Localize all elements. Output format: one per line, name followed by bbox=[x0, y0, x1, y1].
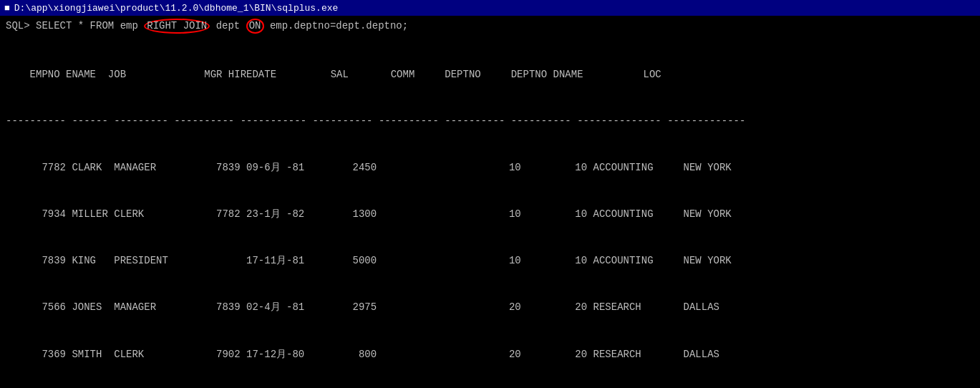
content-area: SQL> SELECT * FROM emp RIGHT JOIN dept O… bbox=[0, 16, 980, 388]
sql-pre: SELECT * FROM emp bbox=[30, 20, 145, 31]
separator: ---------- ------ --------- ---------- -… bbox=[6, 114, 974, 130]
title-bar: ■ D:\app\xiongjiawei\product\11.2.0\dbho… bbox=[0, 0, 980, 16]
sql-command-line: SQL> SELECT * FROM emp RIGHT JOIN dept O… bbox=[6, 19, 974, 34]
right-join-highlight: RIGHT JOIN bbox=[144, 19, 210, 34]
sql-prompt: SQL> bbox=[6, 20, 30, 31]
column-headers: EMPNO ENAME JOB MGR HIREDATE SAL COMM DE… bbox=[6, 67, 974, 83]
dept-text: dept bbox=[210, 20, 246, 31]
table-row: 7566 JONES MANAGER 7839 02-4月 -81 2975 2… bbox=[6, 300, 974, 316]
query-results: EMPNO ENAME JOB MGR HIREDATE SAL COMM DE… bbox=[6, 37, 974, 388]
table-row: 7782 CLARK MANAGER 7839 09-6月 -81 2450 1… bbox=[6, 160, 974, 176]
table-row: 7934 MILLER CLERK 7782 23-1月 -82 1300 10… bbox=[6, 207, 974, 223]
title-icon: ■ bbox=[4, 3, 10, 14]
table-row: 7369 SMITH CLERK 7902 17-12月-80 800 20 2… bbox=[6, 347, 974, 363]
title-path: D:\app\xiongjiawei\product\11.2.0\dbhome… bbox=[14, 3, 338, 14]
table-row: 7839 KING PRESIDENT 17-11月-81 5000 10 10… bbox=[6, 253, 974, 269]
on-highlight: ON bbox=[246, 19, 264, 34]
condition-text: emp.deptno=dept.deptno; bbox=[264, 20, 409, 31]
